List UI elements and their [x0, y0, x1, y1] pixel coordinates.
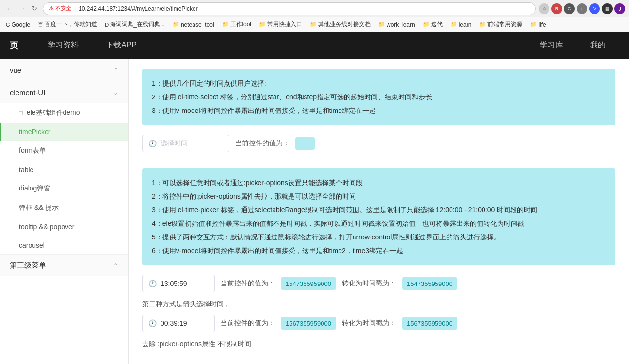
current-value-badge-1: [295, 137, 315, 150]
convert-value-text-2: 1547355959000: [407, 280, 452, 287]
nav-xuexiku[interactable]: 学习库: [526, 32, 577, 59]
address-bar[interactable]: ⚠ 不安全 | 10.242.44.187:1234/#/myLearn/ele…: [43, 2, 536, 15]
sidebar-element-ui-label: element-UI: [10, 88, 45, 96]
nav-buttons: ← → ↻: [4, 3, 40, 14]
info-box-2-line-6: 6：使用v-model将时间控件暴露出的时间值接受，这里是和time2，time…: [152, 244, 606, 257]
reload-button[interactable]: ↻: [29, 3, 40, 14]
bookmark-work-learn[interactable]: 📁 work_learn: [376, 20, 417, 29]
bookmark-dai[interactable]: 📁 迭代: [421, 19, 445, 30]
time-picker-input-2[interactable]: 🕐 00:39:19: [142, 315, 215, 332]
current-value-label-3: 当前控件的值为：: [221, 319, 275, 328]
baidu-icon: 百: [38, 21, 43, 28]
sidebar-item-ele-demo[interactable]: □ ele基础组件demo: [0, 103, 128, 123]
bookmark-baidu[interactable]: 百 百度一下，你就知道: [36, 19, 99, 30]
bookmark-life-label: life: [538, 21, 546, 28]
info-box-2-line-3: 3：使用 el-time-picker 标签，通过selectableRange…: [152, 203, 606, 217]
demo-3-row: 🕐 00:39:19 当前控件的值为： 1567355959000 转化为时间戳…: [142, 315, 615, 332]
sidebar-item-timepicker[interactable]: timePicker: [0, 123, 128, 141]
sidebar-element-ui-header[interactable]: element-UI ⌄: [0, 81, 128, 103]
component-icon: □: [19, 110, 23, 117]
bookmark-learn-label: learn: [459, 21, 472, 28]
info-box-2-line-2: 2：将控件中的:picker-options属性去掉，那就是可以选择全部的时间: [152, 190, 606, 203]
nav-xuexiziliao[interactable]: 学习资料: [34, 32, 92, 59]
sidebar-vue-header[interactable]: vue ⌃: [0, 59, 128, 81]
sidebar-item-form-label: form表单: [19, 146, 46, 155]
time-picker-input-1[interactable]: 🕐 13:05:59: [142, 275, 215, 292]
nav-xiazai[interactable]: 下载APP: [92, 32, 150, 59]
bookmark-cidian-label: 海词词典_在线词典...: [110, 20, 165, 29]
qr-icon[interactable]: ▦: [602, 3, 613, 14]
time-value-1: 13:05:59: [161, 280, 187, 287]
sidebar-item-ele-demo-label: ele基础组件demo: [27, 109, 80, 117]
sidebar-section-element-ui: element-UI ⌄ □ ele基础组件demo timePicker fo…: [0, 81, 128, 255]
folder-qianduan-icon: 📁: [479, 21, 486, 28]
bookmark-google[interactable]: G Google: [4, 20, 32, 29]
bookmark-kuaijie[interactable]: 📁 常用快捷入口: [257, 19, 304, 30]
sidebar-section-level3: 第三级菜单 ⌃: [0, 255, 128, 276]
folder-other-icon: 📁: [310, 21, 317, 28]
sidebar-level3-header[interactable]: 第三级菜单 ⌃: [0, 255, 128, 276]
ext2-icon[interactable]: C: [564, 3, 575, 14]
sidebar-item-tooltip-label: tooltip && popover: [19, 223, 74, 231]
demo-1-row: 🕐 选择时间 当前控件的值为：: [142, 135, 615, 152]
bookmark-other[interactable]: 📁 其他业务线对接文档: [308, 19, 372, 30]
convert-label-3: 转化为时间戳为：: [342, 319, 396, 328]
convert-value-badge-3: 1567355959000: [402, 317, 457, 330]
convert-value-badge-2: 1547355959000: [402, 277, 457, 290]
info-box-2-line-1: 1：可以选择任意时间或者通过:picker-options设置只能选择某个时间段: [152, 176, 606, 190]
convert-label-2: 转化为时间戳为：: [342, 279, 396, 288]
clock-icon-1: 🕐: [148, 140, 157, 147]
star-icon[interactable]: ☆: [539, 3, 549, 14]
info-box-2-line-5: 5：提供了两种交互方式：默认情况下通过鼠标滚轮进行选择，打开arrow-cont…: [152, 230, 606, 244]
sidebar-item-tooltip[interactable]: tooltip && popover: [0, 218, 128, 236]
sidebar-item-dialog[interactable]: dialog弹窗: [0, 179, 128, 198]
security-warning: ⚠ 不安全: [49, 5, 71, 12]
folder-dai-icon: 📁: [423, 21, 430, 28]
browser-toolbar-icons: ☆ R C ↓ V ▦ J: [539, 3, 625, 14]
ext4-icon[interactable]: V: [589, 3, 600, 14]
demo-2-row: 🕐 13:05:59 当前控件的值为： 1547355959000 转化为时间戳…: [142, 275, 615, 292]
time-select-input[interactable]: 🕐 选择时间: [142, 135, 229, 152]
bookmarks-bar: G Google 百 百度一下，你就知道 D 海词词典_在线词典... 📁 ne…: [0, 17, 629, 32]
sidebar-item-dialog-label: dialog弹窗: [19, 184, 50, 193]
forward-button[interactable]: →: [16, 3, 27, 14]
browser-chrome: ← → ↻ ⚠ 不安全 | 10.242.44.187:1234/#/myLea…: [0, 0, 629, 17]
no-limit-label: 去除 :picker-options属性 不限制时间: [142, 340, 615, 348]
bookmark-baidu-label: 百度一下，你就知道: [45, 20, 97, 29]
bookmark-netease[interactable]: 📁 netease_tool: [171, 20, 216, 29]
app-logo[interactable]: 页: [10, 40, 24, 51]
user-icon[interactable]: J: [614, 3, 625, 14]
bookmark-learn[interactable]: 📁 learn: [449, 20, 474, 29]
sidebar-item-carousel[interactable]: carousel: [0, 236, 128, 254]
sidebar-item-popover-label: 弹框 && 提示: [19, 204, 59, 212]
time-value-2: 00:39:19: [161, 319, 187, 327]
bookmark-tool[interactable]: 📁 工作tool: [220, 19, 253, 30]
nav-wode[interactable]: 我的: [577, 32, 619, 59]
bookmark-qianduan[interactable]: 📁 前端常用资源: [477, 19, 524, 30]
bookmark-life[interactable]: 📁 life: [528, 20, 548, 29]
current-value-badge-3: 1567355959000: [281, 317, 336, 330]
sidebar-item-carousel-label: carousel: [19, 241, 45, 249]
folder-work-learn-icon: 📁: [378, 21, 385, 28]
ext3-icon[interactable]: ↓: [577, 3, 587, 14]
folder-tool-icon: 📁: [222, 21, 229, 28]
sidebar-item-popover[interactable]: 弹框 && 提示: [0, 198, 128, 218]
current-value-text-3: 1567355959000: [286, 320, 331, 327]
folder-learn-icon: 📁: [451, 21, 457, 28]
ext1-icon[interactable]: R: [551, 3, 562, 14]
bookmark-cidian[interactable]: D 海词词典_在线词典...: [103, 19, 167, 30]
back-button[interactable]: ←: [4, 3, 15, 14]
bookmark-kuaijie-label: 常用快捷入口: [267, 20, 302, 29]
top-navigation: 页 学习资料 下载APP 学习库 我的: [0, 32, 629, 59]
divider-1: [142, 160, 615, 160]
sidebar-item-table-label: table: [19, 166, 33, 174]
info-box-1-line-2: 2：使用 el-time-select 标签，分别通过star、end和step…: [152, 90, 606, 104]
sidebar-level3-label: 第三级菜单: [10, 261, 46, 270]
chevron-up-icon: ⌃: [113, 67, 118, 74]
url-text: 10.242.44.187:1234/#/myLearn/ele/timePic…: [79, 5, 198, 12]
sidebar-item-timepicker-label: timePicker: [19, 128, 50, 136]
sidebar-item-table[interactable]: table: [0, 160, 128, 179]
info-box-2: 1：可以选择任意时间或者通过:picker-options设置只能选择某个时间段…: [142, 168, 615, 265]
sidebar-item-form[interactable]: form表单: [0, 141, 128, 160]
main-container: vue ⌃ element-UI ⌄ □ ele基础组件demo timePic…: [0, 59, 629, 364]
